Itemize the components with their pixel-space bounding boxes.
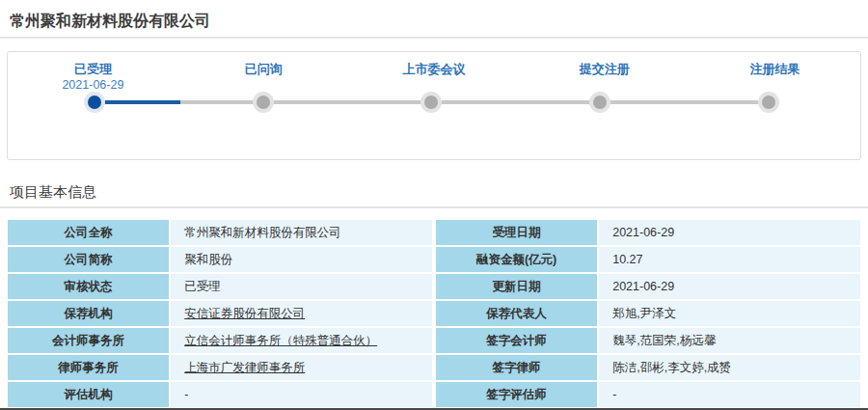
- row-signing-lawyers: 签字律师 陈洁,邵彬,李文婷,成赟: [436, 355, 860, 380]
- step-listing-committee: 上市委会议: [349, 61, 520, 93]
- accounting-firm-link[interactable]: 立信会计师事务所（特殊普通合伙）: [184, 333, 377, 349]
- row-accounting-firm: 会计师事务所 立信会计师事务所（特殊普通合伙）: [8, 328, 432, 353]
- field-label: 公司简称: [8, 247, 169, 272]
- field-label: 会计师事务所: [8, 328, 169, 353]
- info-table-right-column: 受理日期 2021-06-29 融资金额(亿元) 10.27 更新日期 2021…: [436, 220, 860, 409]
- row-company-full-name: 公司全称 常州聚和新材料股份有限公司: [8, 220, 432, 245]
- field-label: 保荐机构: [8, 301, 169, 326]
- step-date: 2021-06-29: [8, 77, 178, 93]
- field-value: 2021-06-29: [599, 274, 860, 299]
- step-label: 提交注册: [519, 61, 690, 77]
- project-info-table: 公司全称 常州聚和新材料股份有限公司 公司简称 聚和股份 审核状态 已受理 保荐…: [8, 220, 860, 409]
- field-value: 陈洁,邵彬,李文婷,成赟: [599, 355, 860, 380]
- row-financing-amount: 融资金额(亿元) 10.27: [436, 247, 860, 272]
- section-title: 项目基本信息: [0, 181, 868, 203]
- row-appraisal-agency: 评估机构 -: [8, 382, 432, 407]
- field-value: 郑旭,尹泽文: [599, 301, 860, 326]
- row-company-short-name: 公司简称 聚和股份: [8, 247, 432, 272]
- field-label: 融资金额(亿元): [436, 247, 597, 272]
- step-label: 已受理: [8, 61, 178, 77]
- field-label: 签字评估师: [436, 382, 597, 407]
- field-label: 受理日期: [436, 220, 597, 245]
- step-label: 上市委会议: [349, 61, 520, 77]
- stepper-progress-line: [95, 100, 179, 104]
- stepper-labels: 已受理 2021-06-29 已问询 上市委会议 提交注册 注册结果: [8, 61, 860, 93]
- sponsor-link[interactable]: 安信证券股份有限公司: [184, 306, 305, 322]
- row-signing-appraisers: 签字评估师 -: [436, 382, 860, 407]
- stepper-node-inquired-icon: [257, 96, 270, 109]
- stepper-node-registration-result-icon: [762, 96, 775, 109]
- row-law-firm: 律师事务所 上海市广发律师事务所: [8, 355, 432, 380]
- field-value: 10.27: [599, 247, 860, 272]
- field-label: 签字会计师: [436, 328, 597, 353]
- row-update-date: 更新日期 2021-06-29: [436, 274, 860, 299]
- field-label: 签字律师: [436, 355, 597, 380]
- row-acceptance-date: 受理日期 2021-06-29: [436, 220, 860, 245]
- status-stepper: 已受理 2021-06-29 已问询 上市委会议 提交注册 注册结果: [7, 51, 861, 160]
- stepper-node-accepted-icon: [88, 96, 101, 109]
- row-sponsor: 保荐机构 安信证券股份有限公司: [8, 301, 432, 326]
- page-title: 常州聚和新材料股份有限公司: [0, 0, 868, 29]
- info-table-left-column: 公司全称 常州聚和新材料股份有限公司 公司简称 聚和股份 审核状态 已受理 保荐…: [8, 220, 432, 409]
- field-label: 公司全称: [8, 220, 169, 245]
- row-sponsor-representatives: 保荐代表人 郑旭,尹泽文: [436, 301, 860, 326]
- field-label: 评估机构: [8, 382, 169, 407]
- stepper-node-submit-registration-icon: [593, 96, 607, 109]
- step-accepted: 已受理 2021-06-29: [8, 61, 178, 93]
- field-value: -: [599, 382, 860, 407]
- field-value: 聚和股份: [171, 247, 432, 272]
- field-label: 保荐代表人: [436, 301, 597, 326]
- field-label: 律师事务所: [8, 355, 169, 380]
- step-label: 已问询: [178, 61, 349, 77]
- step-registration-result: 注册结果: [690, 61, 860, 93]
- step-label: 注册结果: [690, 61, 860, 77]
- field-label: 更新日期: [436, 274, 597, 299]
- field-value: 已受理: [171, 274, 432, 299]
- field-value: 魏琴,范国荣,杨远馨: [599, 328, 860, 353]
- field-value: 上海市广发律师事务所: [171, 355, 432, 380]
- header-divider: [0, 37, 868, 39]
- field-label: 审核状态: [8, 274, 169, 299]
- field-value: 立信会计师事务所（特殊普通合伙）: [171, 328, 432, 353]
- field-value: -: [171, 382, 432, 407]
- law-firm-link[interactable]: 上海市广发律师事务所: [184, 360, 305, 376]
- row-signing-accountants: 签字会计师 魏琴,范国荣,杨远馨: [436, 328, 860, 353]
- stepper-node-listing-committee-icon: [424, 96, 438, 109]
- field-value: 安信证券股份有限公司: [171, 301, 432, 326]
- step-inquired: 已问询: [178, 61, 349, 93]
- row-review-status: 审核状态 已受理: [8, 274, 432, 299]
- section-divider: [0, 206, 868, 208]
- field-value: 2021-06-29: [599, 220, 860, 245]
- field-value: 常州聚和新材料股份有限公司: [171, 220, 432, 245]
- step-submit-registration: 提交注册: [519, 61, 690, 93]
